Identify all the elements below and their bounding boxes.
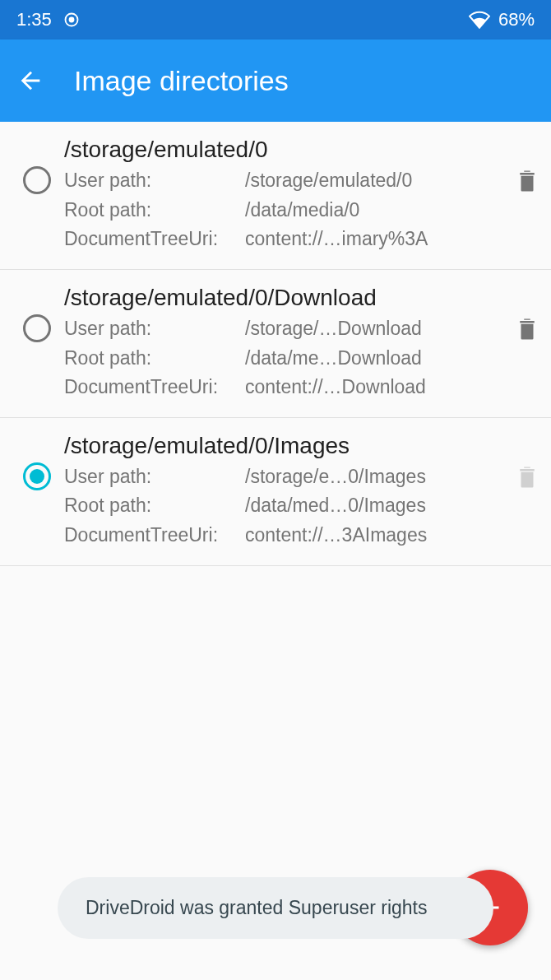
item-title: /storage/emulated/0/Download [64,285,502,311]
root-path-row: Root path: /data/med…0/Images [64,491,502,521]
root-path-label: Root path: [64,196,245,225]
radio-button[interactable] [23,166,51,194]
user-path-label: User path: [64,166,245,196]
svg-point-1 [69,18,73,22]
list-item[interactable]: /storage/emulated/0/Images User path: /s… [0,418,551,566]
user-path-row: User path: /storage/…Download [64,314,502,344]
delete-button[interactable] [515,314,539,344]
doc-tree-label: DocumentTreeUri: [64,373,245,402]
directory-list: /storage/emulated/0 User path: /storage/… [0,122,551,566]
user-path-value: /storage/e…0/Images [245,462,502,492]
user-path-row: User path: /storage/e…0/Images [64,462,502,492]
doc-tree-label: DocumentTreeUri: [64,521,245,550]
status-bar: 1:35 68% [0,0,551,39]
target-icon [63,12,80,28]
doc-tree-value: content://…Download [245,373,502,402]
toast-message: DriveDroid was granted Superuser rights [86,897,427,918]
list-item[interactable]: /storage/emulated/0 User path: /storage/… [0,122,551,270]
user-path-value: /storage/emulated/0 [245,166,502,196]
status-time: 1:35 [16,9,52,30]
doc-tree-row: DocumentTreeUri: content://…3AImages [64,521,502,550]
user-path-row: User path: /storage/emulated/0 [64,166,502,196]
item-content: /storage/emulated/0/Download User path: … [64,285,502,402]
root-path-row: Root path: /data/me…Download [64,344,502,374]
radio-button[interactable] [23,462,51,490]
delete-button [515,462,539,492]
doc-tree-row: DocumentTreeUri: content://…Download [64,373,502,402]
radio-button[interactable] [23,314,51,342]
user-path-label: User path: [64,314,245,344]
item-content: /storage/emulated/0 User path: /storage/… [64,137,502,254]
status-left: 1:35 [16,9,80,30]
doc-tree-label: DocumentTreeUri: [64,225,245,254]
root-path-value: /data/me…Download [245,344,502,374]
delete-button[interactable] [515,166,539,196]
page-title: Image directories [74,65,289,97]
wifi-icon [469,11,490,29]
user-path-value: /storage/…Download [245,314,502,344]
root-path-value: /data/med…0/Images [245,491,502,521]
toast: DriveDroid was granted Superuser rights [58,877,493,939]
doc-tree-value: content://…imary%3A [245,225,502,254]
root-path-label: Root path: [64,344,245,374]
doc-tree-row: DocumentTreeUri: content://…imary%3A [64,225,502,254]
item-title: /storage/emulated/0/Images [64,433,502,459]
list-item[interactable]: /storage/emulated/0/Download User path: … [0,270,551,418]
item-title: /storage/emulated/0 [64,137,502,163]
item-content: /storage/emulated/0/Images User path: /s… [64,433,502,550]
root-path-value: /data/media/0 [245,196,502,225]
user-path-label: User path: [64,462,245,492]
root-path-row: Root path: /data/media/0 [64,196,502,225]
battery-text: 68% [498,9,535,30]
app-bar: Image directories [0,39,551,122]
back-button[interactable] [16,67,44,95]
status-right: 68% [469,9,535,30]
root-path-label: Root path: [64,491,245,521]
doc-tree-value: content://…3AImages [245,521,502,550]
